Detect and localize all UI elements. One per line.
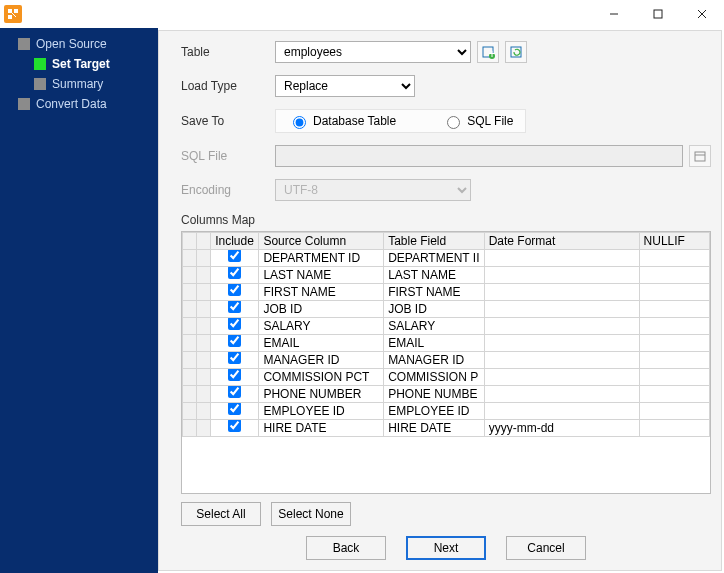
- table-row[interactable]: FIRST NAMEFIRST NAME: [183, 284, 710, 301]
- include-checkbox[interactable]: [228, 369, 241, 382]
- step-box-icon: [34, 58, 46, 70]
- source-cell[interactable]: PHONE NUMBER: [259, 386, 384, 403]
- nullif-cell[interactable]: [639, 403, 709, 420]
- field-cell[interactable]: DEPARTMENT II: [384, 250, 485, 267]
- include-checkbox[interactable]: [228, 267, 241, 280]
- table-row[interactable]: SALARYSALARY: [183, 318, 710, 335]
- include-checkbox[interactable]: [228, 386, 241, 399]
- sidebar-item-set-target[interactable]: Set Target: [0, 54, 158, 74]
- select-none-button[interactable]: Select None: [271, 502, 351, 526]
- table-row[interactable]: PHONE NUMBERPHONE NUMBE: [183, 386, 710, 403]
- nullif-cell[interactable]: [639, 420, 709, 437]
- date-cell[interactable]: yyyy-mm-dd: [484, 420, 639, 437]
- source-cell[interactable]: FIRST NAME: [259, 284, 384, 301]
- step-box-icon: [18, 98, 30, 110]
- include-checkbox[interactable]: [228, 403, 241, 416]
- col-nullif[interactable]: NULLIF: [639, 233, 709, 250]
- source-cell[interactable]: MANAGER ID: [259, 352, 384, 369]
- browse-file-button[interactable]: [689, 145, 711, 167]
- source-cell[interactable]: COMMISSION PCT: [259, 369, 384, 386]
- nullif-cell[interactable]: [639, 301, 709, 318]
- source-cell[interactable]: LAST NAME: [259, 267, 384, 284]
- nullif-cell[interactable]: [639, 335, 709, 352]
- date-cell[interactable]: [484, 369, 639, 386]
- include-checkbox[interactable]: [228, 420, 241, 433]
- date-cell[interactable]: [484, 386, 639, 403]
- field-cell[interactable]: SALARY: [384, 318, 485, 335]
- table-row[interactable]: MANAGER IDMANAGER ID: [183, 352, 710, 369]
- field-cell[interactable]: HIRE DATE: [384, 420, 485, 437]
- date-cell[interactable]: [484, 267, 639, 284]
- table-row[interactable]: JOB IDJOB ID: [183, 301, 710, 318]
- table-row[interactable]: COMMISSION PCTCOMMISSION P: [183, 369, 710, 386]
- date-cell[interactable]: [484, 284, 639, 301]
- table-row[interactable]: EMAILEMAIL: [183, 335, 710, 352]
- nullif-cell[interactable]: [639, 352, 709, 369]
- field-cell[interactable]: EMAIL: [384, 335, 485, 352]
- date-cell[interactable]: [484, 335, 639, 352]
- col-field[interactable]: Table Field: [384, 233, 485, 250]
- titlebar: [0, 0, 724, 28]
- field-cell[interactable]: JOB ID: [384, 301, 485, 318]
- sqlfile-label: SQL File: [181, 149, 275, 163]
- sidebar-item-label: Open Source: [36, 37, 107, 51]
- include-checkbox[interactable]: [228, 301, 241, 314]
- sidebar-item-open-source[interactable]: Open Source: [0, 34, 158, 54]
- source-cell[interactable]: JOB ID: [259, 301, 384, 318]
- table-row[interactable]: DEPARTMENT IDDEPARTMENT II: [183, 250, 710, 267]
- source-cell[interactable]: DEPARTMENT ID: [259, 250, 384, 267]
- minimize-button[interactable]: [592, 0, 636, 28]
- table-row[interactable]: LAST NAMELAST NAME: [183, 267, 710, 284]
- sidebar-item-summary[interactable]: Summary: [0, 74, 158, 94]
- date-cell[interactable]: [484, 318, 639, 335]
- field-cell[interactable]: FIRST NAME: [384, 284, 485, 301]
- saveto-sql-radio[interactable]: SQL File: [442, 113, 513, 129]
- sidebar: Open Source Set Target Summary Convert D…: [0, 28, 158, 573]
- loadtype-select[interactable]: Replace: [275, 75, 415, 97]
- field-cell[interactable]: PHONE NUMBE: [384, 386, 485, 403]
- include-checkbox[interactable]: [228, 250, 241, 263]
- nullif-cell[interactable]: [639, 386, 709, 403]
- date-cell[interactable]: [484, 352, 639, 369]
- saveto-db-radio[interactable]: Database Table: [288, 113, 396, 129]
- include-checkbox[interactable]: [228, 335, 241, 348]
- encoding-label: Encoding: [181, 183, 275, 197]
- columns-map-title: Columns Map: [181, 213, 711, 227]
- table-row[interactable]: HIRE DATEHIRE DATEyyyy-mm-dd: [183, 420, 710, 437]
- source-cell[interactable]: SALARY: [259, 318, 384, 335]
- col-include[interactable]: Include: [211, 233, 259, 250]
- field-cell[interactable]: COMMISSION P: [384, 369, 485, 386]
- source-cell[interactable]: EMPLOYEE ID: [259, 403, 384, 420]
- cancel-button[interactable]: Cancel: [506, 536, 586, 560]
- sqlfile-input: [275, 145, 683, 167]
- back-button[interactable]: Back: [306, 536, 386, 560]
- source-cell[interactable]: EMAIL: [259, 335, 384, 352]
- col-source[interactable]: Source Column: [259, 233, 384, 250]
- maximize-button[interactable]: [636, 0, 680, 28]
- field-cell[interactable]: LAST NAME: [384, 267, 485, 284]
- include-checkbox[interactable]: [228, 318, 241, 331]
- table-select[interactable]: employees: [275, 41, 471, 63]
- field-cell[interactable]: EMPLOYEE ID: [384, 403, 485, 420]
- add-table-button[interactable]: +: [477, 41, 499, 63]
- refresh-table-button[interactable]: [505, 41, 527, 63]
- date-cell[interactable]: [484, 250, 639, 267]
- nullif-cell[interactable]: [639, 318, 709, 335]
- nullif-cell[interactable]: [639, 267, 709, 284]
- sidebar-item-convert-data[interactable]: Convert Data: [0, 94, 158, 114]
- nullif-cell[interactable]: [639, 250, 709, 267]
- field-cell[interactable]: MANAGER ID: [384, 352, 485, 369]
- date-cell[interactable]: [484, 301, 639, 318]
- source-cell[interactable]: HIRE DATE: [259, 420, 384, 437]
- next-button[interactable]: Next: [406, 536, 486, 560]
- svg-rect-2: [8, 15, 12, 19]
- close-button[interactable]: [680, 0, 724, 28]
- select-all-button[interactable]: Select All: [181, 502, 261, 526]
- include-checkbox[interactable]: [228, 352, 241, 365]
- nullif-cell[interactable]: [639, 284, 709, 301]
- nullif-cell[interactable]: [639, 369, 709, 386]
- date-cell[interactable]: [484, 403, 639, 420]
- include-checkbox[interactable]: [228, 284, 241, 297]
- col-date[interactable]: Date Format: [484, 233, 639, 250]
- table-row[interactable]: EMPLOYEE IDEMPLOYEE ID: [183, 403, 710, 420]
